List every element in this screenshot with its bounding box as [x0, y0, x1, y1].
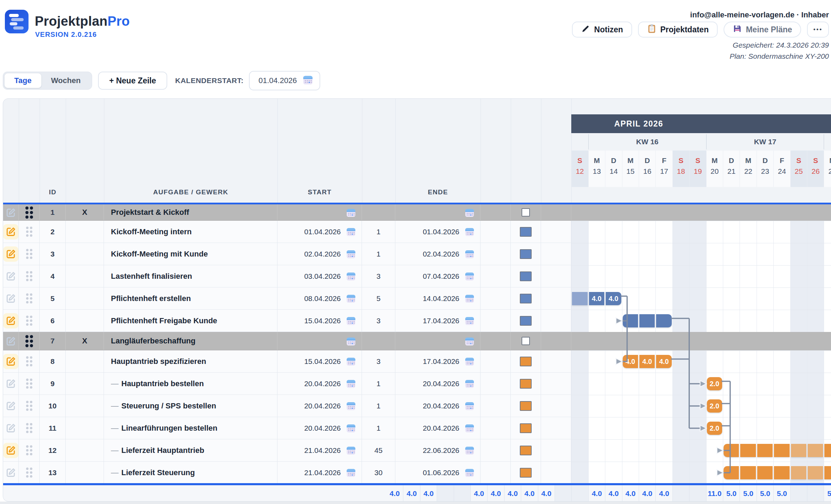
ende-date[interactable]: 17.04.2026	[423, 357, 459, 366]
calendar-icon[interactable]	[346, 401, 356, 411]
calendar-icon[interactable]	[465, 445, 475, 455]
edit-row-button[interactable]	[3, 354, 18, 369]
duration-days[interactable]: 1	[377, 250, 381, 258]
edit-row-button[interactable]	[3, 333, 18, 349]
calendar-icon[interactable]	[346, 293, 356, 303]
drag-handle[interactable]	[26, 271, 32, 281]
color-swatch[interactable]	[520, 423, 532, 433]
ende-date[interactable]: 01.06.2026	[423, 469, 459, 477]
gantt-bar-segment[interactable]	[808, 466, 823, 479]
calendar-icon[interactable]	[465, 208, 475, 218]
calendar-icon[interactable]	[346, 423, 356, 433]
calendar-icon[interactable]	[465, 227, 475, 237]
start-date[interactable]: 02.04.2026	[304, 250, 341, 258]
calendar-icon[interactable]	[346, 227, 356, 237]
gantt-bar-segment[interactable]	[639, 314, 655, 327]
duration-days[interactable]: 45	[374, 446, 382, 455]
calendar-icon[interactable]	[465, 293, 475, 303]
gantt-bar-segment[interactable]	[824, 466, 831, 479]
duration-days[interactable]: 1	[377, 402, 381, 410]
calendar-icon[interactable]	[346, 356, 356, 366]
gantt-bar-segment[interactable]	[724, 466, 739, 479]
gantt-bar-segment[interactable]	[774, 444, 789, 457]
start-date[interactable]: 20.04.2026	[304, 380, 341, 388]
duration-days[interactable]: 1	[377, 424, 381, 432]
gantt-bar-segment[interactable]	[724, 444, 739, 457]
drag-handle[interactable]	[26, 468, 32, 478]
ende-date[interactable]: 01.04.2026	[423, 228, 459, 236]
edit-row-button[interactable]	[3, 443, 18, 458]
color-swatch[interactable]	[520, 446, 532, 455]
drag-handle[interactable]	[26, 316, 32, 326]
edit-row-button[interactable]	[3, 398, 18, 414]
edit-row-button[interactable]	[3, 313, 18, 328]
calendar-icon[interactable]	[465, 316, 475, 326]
task-name[interactable]: Steuerung / SPS bestellen	[121, 401, 216, 410]
color-swatch[interactable]	[520, 227, 532, 237]
gantt-bar-segment[interactable]	[572, 292, 587, 305]
calendar-icon[interactable]	[346, 271, 356, 281]
edit-row-button[interactable]	[3, 421, 18, 436]
calendar-icon[interactable]	[465, 356, 475, 366]
ende-date[interactable]: 07.04.2026	[423, 272, 459, 281]
new-row-button[interactable]: + Neue Zeile	[98, 72, 167, 90]
task-name[interactable]: Lieferzeit Hauptantrieb	[121, 446, 204, 455]
drag-handle[interactable]	[26, 227, 32, 237]
drag-handle[interactable]	[26, 293, 32, 303]
gantt-bar-segment[interactable]: 2.0	[707, 422, 722, 435]
group-checkbox[interactable]	[522, 337, 530, 345]
duration-days[interactable]: 3	[377, 357, 381, 366]
gantt-bar-segment[interactable]	[757, 444, 773, 457]
drag-handle[interactable]	[26, 423, 32, 433]
toggle-wochen[interactable]: Wochen	[41, 73, 90, 88]
duration-days[interactable]: 5	[377, 294, 381, 303]
gantt-bar-segment[interactable]: 4.0	[639, 355, 655, 368]
task-name[interactable]: Projektstart & Kickoff	[111, 208, 189, 217]
calendar-icon[interactable]	[465, 423, 475, 433]
task-name[interactable]: Kickoff-Meeting mit Kunde	[111, 250, 208, 259]
color-swatch[interactable]	[520, 271, 532, 281]
calendar-icon[interactable]	[465, 379, 475, 389]
ende-date[interactable]: 02.04.2026	[423, 250, 459, 258]
calendar-icon[interactable]	[346, 468, 356, 478]
calendar-icon[interactable]	[346, 336, 356, 346]
calendar-icon[interactable]	[465, 401, 475, 411]
group-checkbox[interactable]	[522, 208, 530, 217]
calendar-icon[interactable]	[465, 336, 475, 346]
projektdaten-button[interactable]: Projektdaten	[638, 22, 718, 38]
calendar-icon[interactable]	[465, 271, 475, 281]
ende-date[interactable]: 17.04.2026	[423, 317, 459, 325]
start-date[interactable]: 08.04.2026	[304, 294, 341, 303]
duration-days[interactable]: 30	[374, 469, 382, 477]
start-date[interactable]: 15.04.2026	[304, 357, 341, 366]
calendar-icon[interactable]	[346, 379, 356, 389]
gantt-bar-segment[interactable]	[623, 314, 638, 327]
start-date[interactable]: 03.04.2026	[304, 272, 341, 281]
calendar-icon[interactable]	[465, 468, 475, 478]
color-swatch[interactable]	[520, 249, 532, 259]
color-swatch[interactable]	[520, 294, 532, 303]
calendar-icon[interactable]	[346, 249, 356, 259]
gantt-bar-segment[interactable]	[808, 444, 823, 457]
color-swatch[interactable]	[520, 468, 532, 478]
duration-days[interactable]: 1	[377, 380, 381, 388]
gantt-bar-segment[interactable]	[757, 466, 773, 479]
calendar-icon[interactable]	[346, 316, 356, 326]
gantt-bar-segment[interactable]: 2.0	[707, 399, 722, 413]
calendar-icon[interactable]	[346, 208, 356, 218]
meine-plaene-button[interactable]: Meine Pläne	[724, 22, 801, 38]
task-name[interactable]: Langläuferbeschaffung	[111, 336, 195, 346]
notizen-button[interactable]: Notizen	[572, 22, 632, 38]
calendar-icon[interactable]	[346, 445, 356, 455]
task-name[interactable]: Hauptantrieb bestellen	[121, 379, 204, 388]
color-swatch[interactable]	[520, 357, 532, 366]
gantt-bar-segment[interactable]	[740, 444, 756, 457]
gantt-bar-segment[interactable]: 4.0	[589, 292, 604, 305]
drag-handle[interactable]	[26, 401, 32, 411]
edit-row-button[interactable]	[3, 269, 18, 284]
drag-handle[interactable]	[26, 445, 32, 455]
task-name[interactable]: Hauptantrieb spezifizieren	[111, 357, 206, 366]
gantt-bar-segment[interactable]: 4.0	[606, 292, 621, 305]
edit-row-button[interactable]	[3, 246, 18, 262]
calendar-start-field[interactable]: 01.04.2026	[249, 71, 320, 90]
